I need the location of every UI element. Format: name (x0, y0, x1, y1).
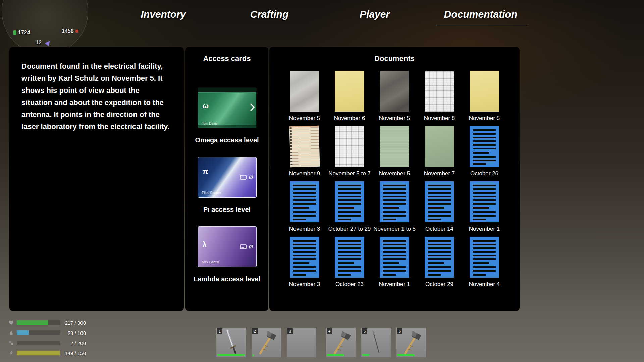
document-thumbnail[interactable] (425, 71, 454, 112)
stat-health: 217 / 300 (8, 318, 86, 328)
document-thumbnail[interactable] (290, 237, 319, 278)
hotbar-slot-5[interactable]: 5 (361, 328, 391, 357)
card-omega[interactable]: ω Tom Davis (198, 87, 257, 128)
lock-icon (248, 175, 254, 180)
document-date-label: October 27 to 29 (327, 226, 372, 232)
card-pi[interactable]: π Elias Cooper (198, 157, 257, 198)
card-lambda[interactable]: λ Rick Garcia (198, 226, 257, 267)
chevron-right-icon (250, 103, 255, 113)
document-thumbnail[interactable] (470, 237, 499, 278)
access-symbol: π (203, 167, 208, 176)
document-thumbnail[interactable] (335, 71, 364, 112)
document-thumbnail[interactable] (289, 126, 320, 167)
durability-bar (217, 354, 245, 356)
document-date-label: November 9 (282, 170, 327, 177)
document-date-label: October 14 (417, 226, 462, 232)
access-level-label: Omega access level (185, 136, 268, 144)
document-item[interactable]: November 5 (372, 126, 417, 177)
document-date-label: October 23 (327, 281, 372, 288)
durability-bar (253, 354, 254, 356)
keycard-icon (240, 244, 247, 249)
slot-number: 3 (287, 328, 293, 334)
hotbar-slot-2[interactable]: 2 (252, 328, 281, 357)
stat-stamina: 149 / 150 (8, 348, 86, 358)
tab-documentation[interactable]: Documentation (444, 9, 517, 20)
document-item[interactable]: October 23 (327, 237, 372, 288)
document-description-text: Document found in the electrical facilit… (21, 60, 170, 133)
document-thumbnail[interactable] (425, 237, 454, 278)
tab-crafting[interactable]: Crafting (250, 9, 289, 20)
document-date-label: November 5 (372, 115, 417, 122)
stat-value: 2 / 200 (64, 340, 86, 346)
document-item[interactable]: November 4 (462, 237, 507, 288)
documents-title: Documents (269, 54, 520, 63)
slot-number: 1 (217, 328, 222, 334)
stat-bar-fill (17, 330, 29, 335)
access-symbol: λ (203, 240, 207, 249)
document-thumbnail[interactable] (470, 126, 499, 167)
document-item[interactable]: November 3 (282, 181, 327, 232)
stat-bar (17, 341, 60, 345)
document-item[interactable]: October 29 (417, 237, 462, 288)
lock-icon (248, 244, 254, 249)
document-item[interactable]: October 27 to 29 (327, 181, 372, 232)
document-thumbnail[interactable] (470, 181, 499, 222)
player-stats: 217 / 300 28 / 100 (8, 318, 86, 358)
minimap-bearing: 12 (36, 40, 51, 46)
document-date-label: November 5 (282, 115, 327, 122)
document-item[interactable]: November 6 (327, 71, 372, 122)
hotbar-slot-4[interactable]: 4 (326, 328, 356, 357)
health-icon (8, 320, 14, 325)
document-thumbnail[interactable] (380, 71, 409, 112)
hotbar-slot-3[interactable]: 3 (287, 328, 316, 357)
stat-bar-fill (17, 320, 48, 325)
document-item[interactable]: November 9 (282, 126, 327, 177)
slot-number: 6 (397, 328, 402, 334)
hotbar-slot-6[interactable]: 6 (396, 328, 426, 357)
document-item[interactable]: October 14 (417, 181, 462, 232)
document-item[interactable]: November 1 to 5 (372, 181, 417, 232)
slot-number: 5 (362, 328, 367, 334)
minimap-bearing-value: 12 (36, 40, 42, 46)
document-item[interactable]: November 5 (372, 71, 417, 122)
document-thumbnail[interactable] (290, 71, 319, 112)
document-thumbnail[interactable] (290, 181, 319, 222)
document-thumbnail[interactable] (380, 181, 409, 222)
document-thumbnail[interactable] (425, 126, 454, 167)
document-item[interactable]: November 5 to 7 (327, 126, 372, 177)
document-thumbnail[interactable] (470, 71, 499, 112)
stat-water: 28 / 100 (8, 328, 86, 338)
document-thumbnail[interactable] (335, 237, 364, 278)
document-item[interactable]: November 3 (282, 237, 327, 288)
stat-bar-fill (17, 351, 60, 355)
access-card-block: λ Rick Garcia Lambda access level (185, 226, 268, 283)
tab-player[interactable]: Player (360, 9, 390, 20)
document-thumbnail[interactable] (380, 126, 409, 167)
document-item[interactable]: November 1 (462, 181, 507, 232)
tab-inventory[interactable]: Inventory (141, 9, 186, 20)
hotbar-slot-1[interactable]: 1 (216, 328, 246, 357)
document-thumbnail[interactable] (380, 237, 409, 278)
document-item[interactable]: November 7 (417, 126, 462, 177)
access-card-block: ω Tom Davis Omega access level (185, 87, 268, 144)
document-item[interactable]: November 1 (372, 237, 417, 288)
water-drop-icon (8, 330, 14, 336)
document-description-panel: Document found in the electrical facilit… (9, 47, 184, 311)
document-item[interactable]: November 5 (282, 71, 327, 122)
document-date-label: November 1 (462, 226, 507, 232)
hotbar: 1 2 (216, 328, 432, 357)
document-thumbnail[interactable] (335, 181, 364, 222)
stat-value: 149 / 150 (64, 350, 86, 356)
document-item[interactable]: November 8 (417, 71, 462, 122)
document-date-label: November 7 (417, 170, 462, 177)
stat-value: 28 / 100 (64, 330, 86, 336)
access-cards-title: Access cards (185, 54, 268, 63)
document-date-label: November 5 (462, 115, 507, 122)
document-thumbnail[interactable] (425, 181, 454, 222)
document-thumbnail[interactable] (335, 126, 364, 167)
document-date-label: November 1 (372, 281, 417, 288)
stamina-icon (8, 350, 14, 356)
document-item[interactable]: November 5 (462, 71, 507, 122)
card-owner-name: Tom Davis (202, 122, 218, 125)
document-item[interactable]: October 26 (462, 126, 507, 177)
